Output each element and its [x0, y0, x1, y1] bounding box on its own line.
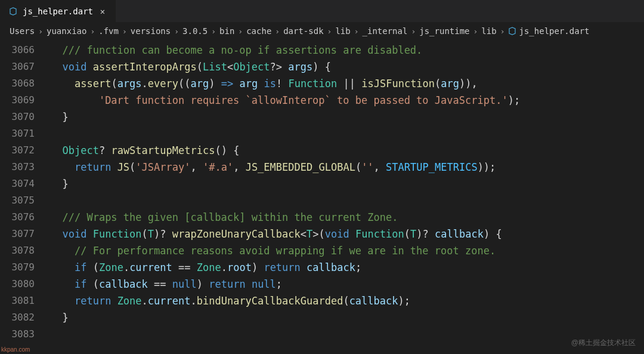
line-number: 3076 — [0, 209, 50, 226]
code-content[interactable]: Object? rawStartupMetrics() { — [50, 142, 239, 159]
code-content[interactable]: void Function(T)? wrapZoneUnaryCallback<… — [50, 226, 502, 242]
chevron-right-icon: › — [38, 27, 43, 36]
code-line[interactable]: 3069 'Dart function requires `allowInter… — [0, 92, 644, 109]
code-content[interactable]: assert(args.every((arg) => arg is! Funct… — [50, 75, 478, 92]
dart-file-icon — [8, 7, 18, 16]
code-line[interactable]: 3067 void assertInteropArgs(List<Object?… — [0, 59, 644, 75]
breadcrumb-segment[interactable]: lib — [335, 26, 350, 36]
line-number: 3068 — [0, 75, 50, 92]
code-content[interactable]: /// Wraps the given [callback] within th… — [50, 209, 398, 226]
chevron-right-icon: › — [211, 27, 216, 36]
code-content[interactable]: // For performance reasons avoid wrappin… — [50, 242, 496, 259]
chevron-right-icon: › — [327, 27, 332, 36]
code-line[interactable]: 3074 } — [0, 176, 644, 192]
breadcrumb-file[interactable]: js_helper.dart — [508, 26, 589, 36]
line-number: 3083 — [0, 326, 50, 343]
line-number: 3077 — [0, 226, 50, 242]
code-content[interactable]: /// function can become a no-op if asser… — [50, 42, 422, 59]
line-number: 3072 — [0, 142, 50, 159]
tab-filename: js_helper.dart — [23, 7, 93, 16]
code-line[interactable]: 3066 /// function can become a no-op if … — [0, 42, 644, 59]
code-content[interactable]: return Zone.current.bindUnaryCallbackGua… — [50, 293, 410, 309]
line-number: 3075 — [0, 192, 50, 209]
code-content[interactable]: 'Dart function requires `allowInterop` t… — [50, 92, 520, 109]
code-content[interactable]: if (Zone.current == Zone.root) return ca… — [50, 259, 361, 276]
chevron-right-icon: › — [238, 27, 243, 36]
breadcrumb-segment[interactable]: cache — [246, 26, 271, 36]
watermark: @稀土掘金技术社区 — [571, 338, 636, 348]
chevron-right-icon: › — [411, 27, 416, 36]
breadcrumb[interactable]: Users›yuanxiao›.fvm›versions›3.0.5›bin›c… — [0, 23, 644, 39]
code-line[interactable]: 3070 } — [0, 109, 644, 125]
line-number: 3071 — [0, 125, 50, 142]
code-content[interactable]: if (callback == null) return null; — [50, 276, 282, 293]
line-number: 3081 — [0, 293, 50, 309]
line-number: 3074 — [0, 176, 50, 192]
breadcrumb-segment[interactable]: js_runtime — [419, 26, 469, 36]
line-number: 3066 — [0, 42, 50, 59]
code-content[interactable]: return JS('JSArray', '#.a', JS_EMBEDDED_… — [50, 159, 496, 176]
breadcrumb-segment[interactable]: .fvm — [98, 26, 119, 36]
code-line[interactable]: 3081 return Zone.current.bindUnaryCallba… — [0, 293, 644, 309]
code-line[interactable]: 3075 — [0, 192, 644, 209]
watermark-bottomleft: kkpan.com — [1, 346, 30, 353]
chevron-right-icon: › — [174, 27, 179, 36]
breadcrumb-segment[interactable]: dart-sdk — [283, 26, 323, 36]
code-line[interactable]: 3071 — [0, 125, 644, 142]
tab-bar: js_helper.dart ✕ — [0, 0, 644, 23]
code-line[interactable]: 3078 // For performance reasons avoid wr… — [0, 242, 644, 259]
code-line[interactable]: 3083 — [0, 326, 644, 343]
line-number: 3073 — [0, 159, 50, 176]
chevron-right-icon: › — [90, 27, 95, 36]
breadcrumb-segment[interactable]: bin — [219, 26, 234, 36]
code-line[interactable]: 3077 void Function(T)? wrapZoneUnaryCall… — [0, 226, 644, 242]
breadcrumb-segment[interactable]: lib — [481, 26, 496, 36]
code-line[interactable]: 3072 Object? rawStartupMetrics() { — [0, 142, 644, 159]
line-number: 3069 — [0, 92, 50, 109]
line-number: 3078 — [0, 242, 50, 259]
line-number: 3080 — [0, 276, 50, 293]
code-line[interactable]: 3068 assert(args.every((arg) => arg is! … — [0, 75, 644, 92]
breadcrumb-segment[interactable]: _internal — [363, 26, 408, 36]
breadcrumb-segment[interactable]: yuanxiao — [47, 26, 86, 36]
code-line[interactable]: 3082 } — [0, 309, 644, 326]
breadcrumb-segment[interactable]: versions — [131, 26, 171, 36]
line-number: 3082 — [0, 309, 50, 326]
dart-file-icon — [508, 27, 516, 35]
close-icon[interactable]: ✕ — [98, 7, 107, 16]
breadcrumb-segment[interactable]: Users — [10, 26, 35, 36]
code-content[interactable]: void assertInteropArgs(List<Object?> arg… — [50, 59, 331, 75]
code-content[interactable]: } — [50, 176, 69, 192]
code-line[interactable]: 3079 if (Zone.current == Zone.root) retu… — [0, 259, 644, 276]
breadcrumb-segment[interactable]: 3.0.5 — [182, 26, 208, 36]
code-line[interactable]: 3073 return JS('JSArray', '#.a', JS_EMBE… — [0, 159, 644, 176]
chevron-right-icon: › — [473, 27, 478, 36]
chevron-right-icon: › — [122, 27, 127, 36]
line-number: 3067 — [0, 59, 50, 75]
code-editor[interactable]: 3066 /// function can become a no-op if … — [0, 39, 644, 343]
editor-tab[interactable]: js_helper.dart ✕ — [0, 0, 116, 22]
chevron-right-icon: › — [500, 27, 505, 36]
line-number: 3070 — [0, 109, 50, 125]
code-line[interactable]: 3076 /// Wraps the given [callback] with… — [0, 209, 644, 226]
chevron-right-icon: › — [275, 27, 280, 36]
code-content[interactable]: } — [50, 109, 69, 125]
code-line[interactable]: 3080 if (callback == null) return null; — [0, 276, 644, 293]
line-number: 3079 — [0, 259, 50, 276]
code-content[interactable]: } — [50, 309, 69, 326]
chevron-right-icon: › — [354, 27, 359, 36]
